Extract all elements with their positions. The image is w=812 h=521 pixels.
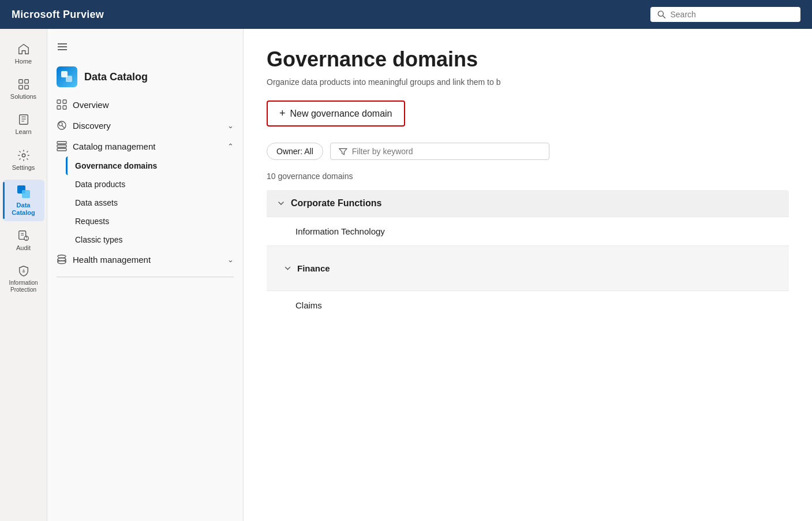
sidebar-item-learn[interactable]: Learn xyxy=(3,109,44,140)
svg-rect-12 xyxy=(22,190,30,198)
svg-rect-2 xyxy=(18,80,22,83)
sidebar-item-info-protection-label: Information Protection xyxy=(9,280,39,293)
sidebar-item-data-catalog-label: Data Catalog xyxy=(9,202,39,217)
main-layout: Home Solutions Learn xyxy=(0,29,812,521)
domain-list: Corporate Functions Information Technolo… xyxy=(267,190,789,319)
sub-item-classic-types-label: Classic types xyxy=(75,235,122,244)
domain-item-information-technology[interactable]: Information Technology xyxy=(267,217,789,245)
icon-nav: Home Solutions Learn xyxy=(0,29,47,521)
active-bar xyxy=(3,182,5,219)
catalog-icon xyxy=(16,184,31,199)
svg-point-19 xyxy=(22,270,25,273)
search-input[interactable] xyxy=(670,10,794,19)
side-menu-title: Data Catalog xyxy=(84,71,148,83)
sidebar-item-learn-label: Learn xyxy=(15,128,31,136)
discovery-icon xyxy=(57,120,67,131)
menu-item-discovery-label: Discovery xyxy=(73,121,111,131)
plus-icon: + xyxy=(279,107,286,120)
domain-subgroup-finance-label: Finance xyxy=(297,263,330,273)
side-menu: Data Catalog Overview Discovery ⌄ xyxy=(47,29,244,521)
chevron-down-finance-icon xyxy=(284,265,291,272)
svg-rect-34 xyxy=(57,145,66,147)
topbar: Microsoft Purview xyxy=(0,0,812,29)
domain-group-corporate-functions-header[interactable]: Corporate Functions xyxy=(267,190,789,217)
chevron-down-icon xyxy=(277,199,285,207)
domain-item-claims[interactable]: Claims xyxy=(267,291,789,319)
health-mgmt-icon xyxy=(57,254,67,265)
sidebar-item-data-catalog[interactable]: Data Catalog xyxy=(3,180,44,221)
filter-row: Owner: All xyxy=(267,143,789,160)
hamburger-icon xyxy=(57,41,68,53)
menu-item-overview[interactable]: Overview xyxy=(47,94,243,115)
domain-subgroup-finance-header[interactable]: Finance xyxy=(284,255,779,281)
domain-group-corporate-functions-label: Corporate Functions xyxy=(291,198,381,209)
svg-point-16 xyxy=(25,239,26,240)
search-bar[interactable] xyxy=(650,7,800,22)
sub-item-data-assets[interactable]: Data assets xyxy=(66,193,243,212)
sub-item-data-assets-label: Data assets xyxy=(75,198,118,207)
sub-item-data-products[interactable]: Data products xyxy=(66,175,243,193)
menu-item-health-management[interactable]: Health management ⌄ xyxy=(47,249,243,270)
new-domain-btn-label: New governance domain xyxy=(290,109,392,119)
svg-rect-4 xyxy=(18,85,22,89)
menu-item-health-management-label: Health management xyxy=(73,255,151,265)
sidebar-item-settings-label: Settings xyxy=(12,164,35,172)
svg-line-32 xyxy=(62,126,65,128)
menu-item-catalog-management-label: Catalog management xyxy=(73,142,155,151)
gear-icon xyxy=(17,149,30,162)
health-management-chevron: ⌄ xyxy=(227,255,234,264)
domain-subgroup-finance[interactable]: Finance xyxy=(267,245,789,291)
domain-item-claims-label: Claims xyxy=(295,300,322,310)
catalog-management-subitems: Governance domains Data products Data as… xyxy=(47,157,243,249)
sidebar-item-info-protection[interactable]: Information Protection xyxy=(3,260,44,298)
sub-item-governance-domains-label: Governance domains xyxy=(75,161,157,170)
search-icon xyxy=(657,10,665,19)
book-icon xyxy=(17,113,30,126)
svg-rect-5 xyxy=(24,85,28,89)
sidebar-item-home[interactable]: Home xyxy=(3,38,44,70)
sidebar-item-settings[interactable]: Settings xyxy=(3,144,44,176)
sidebar-item-audit-label: Audit xyxy=(16,244,31,252)
grid-icon xyxy=(17,78,30,91)
svg-rect-26 xyxy=(57,100,61,103)
svg-rect-25 xyxy=(66,76,72,82)
sub-item-requests[interactable]: Requests xyxy=(66,212,243,230)
catalog-header-icon xyxy=(57,66,77,87)
svg-point-10 xyxy=(22,154,25,157)
keyword-filter-input[interactable] xyxy=(352,147,541,156)
menu-item-catalog-management[interactable]: Catalog management ⌃ xyxy=(47,136,243,157)
domain-count: 10 governance domains xyxy=(267,172,789,181)
svg-rect-35 xyxy=(57,148,66,151)
sidebar-item-audit[interactable]: Audit xyxy=(3,225,44,256)
owner-filter-label: Owner: All xyxy=(276,147,313,156)
catalog-mgmt-icon xyxy=(57,141,67,151)
home-icon xyxy=(17,43,30,55)
discovery-chevron: ⌄ xyxy=(227,121,234,130)
audit-icon xyxy=(17,229,30,242)
sub-item-classic-types[interactable]: Classic types xyxy=(66,230,243,249)
side-menu-header: Data Catalog xyxy=(47,62,243,92)
svg-rect-27 xyxy=(63,100,66,103)
new-governance-domain-button[interactable]: + New governance domain xyxy=(267,101,405,126)
page-title: Governance domains xyxy=(267,47,789,72)
domain-item-information-technology-label: Information Technology xyxy=(295,226,385,236)
catalog-management-chevron: ⌃ xyxy=(227,142,234,151)
page-subtitle: Organize data products into meaningful g… xyxy=(267,77,789,87)
svg-point-36 xyxy=(58,261,66,264)
svg-point-37 xyxy=(58,258,66,261)
sub-item-data-products-label: Data products xyxy=(75,180,125,189)
sub-item-governance-domains[interactable]: Governance domains xyxy=(66,157,243,175)
sidebar-item-solutions[interactable]: Solutions xyxy=(3,73,44,105)
hamburger-menu[interactable] xyxy=(47,35,243,62)
svg-line-1 xyxy=(663,16,665,18)
menu-item-discovery[interactable]: Discovery ⌄ xyxy=(47,115,243,136)
overview-icon xyxy=(57,99,67,110)
keyword-filter-wrap[interactable] xyxy=(330,143,549,160)
protection-icon xyxy=(17,265,30,277)
svg-rect-3 xyxy=(24,80,28,83)
svg-rect-29 xyxy=(63,106,66,109)
sidebar-item-solutions-label: Solutions xyxy=(10,93,36,101)
svg-rect-28 xyxy=(57,106,61,109)
domain-group-corporate-functions: Corporate Functions Information Technolo… xyxy=(267,190,789,319)
owner-filter-button[interactable]: Owner: All xyxy=(267,143,323,160)
